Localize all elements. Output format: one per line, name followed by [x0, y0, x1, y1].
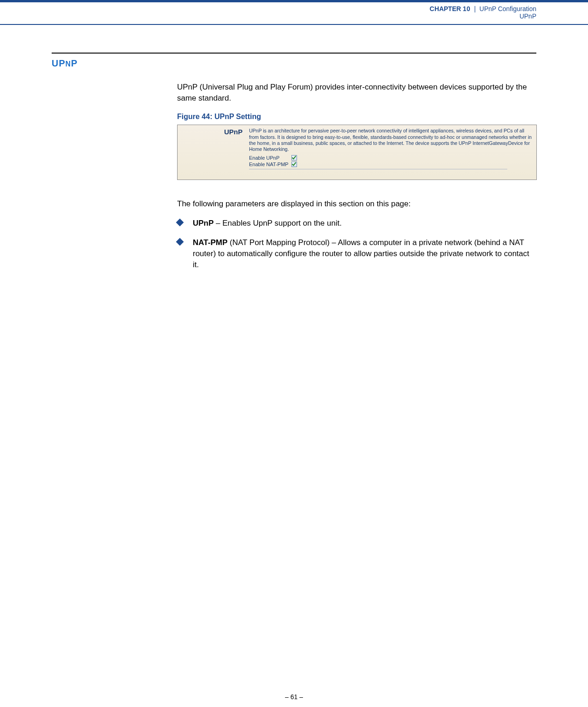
page-footer: – 61 –: [0, 693, 588, 701]
figure-left-column: UPnP: [178, 126, 245, 179]
bullet-desc: (NAT Port Mapping Protocol) – Allows a c…: [193, 238, 529, 269]
footer-dash-pre: –: [285, 693, 291, 701]
list-item: UPnP – Enables UpnP support on the unit.: [177, 218, 537, 229]
chapter-label-rest: HAPTER: [434, 5, 461, 12]
bullet-term: NAT-PMP: [193, 238, 227, 247]
section-rule: [52, 53, 536, 54]
figure-inner-rule: [249, 169, 507, 169]
page-number: 61: [291, 693, 298, 701]
bullet-term: UPnP: [193, 219, 214, 228]
option-label-natpmp: Enable NAT-PMP: [249, 162, 291, 167]
checkbox-natpmp[interactable]: [291, 162, 297, 167]
bullet-desc: – Enables UpnP support on the unit.: [214, 219, 342, 228]
section-title-pre: UP: [52, 58, 65, 68]
option-label-upnp: Enable UPnP: [249, 155, 291, 161]
params-intro: The following parameters are displayed i…: [177, 198, 537, 210]
diamond-bullet-icon: [176, 219, 184, 227]
list-item: NAT-PMP (NAT Port Mapping Protocol) – Al…: [177, 237, 537, 270]
figure-option-natpmp: Enable NAT-PMP: [249, 162, 532, 167]
figure-right-column: UPnP is an architecture for pervasive pe…: [245, 126, 535, 179]
figure-description: UPnP is an architecture for pervasive pe…: [249, 128, 532, 152]
figure-option-upnp: Enable UPnP: [249, 155, 532, 161]
section-title-post: P: [71, 58, 77, 68]
chapter-number: 10: [463, 5, 471, 12]
intro-paragraph: UPnP (Universal Plug and Play Forum) pro…: [177, 82, 537, 104]
chapter-title: UPnP Configuration: [480, 5, 536, 12]
header-section: UPnP: [0, 12, 588, 20]
figure-left-label: UPnP: [224, 128, 243, 179]
header-divider: |: [474, 5, 476, 12]
section-title-small: N: [65, 60, 71, 68]
chapter-label-first: C: [429, 5, 434, 12]
diamond-bullet-icon: [176, 238, 184, 246]
checkbox-upnp[interactable]: [291, 155, 297, 161]
figure-caption: Figure 44: UPnP Setting: [177, 113, 537, 121]
bullet-list: UPnP – Enables UpnP support on the unit.…: [177, 218, 537, 270]
figure-frame: UPnP UPnP is an architecture for pervasi…: [177, 125, 537, 180]
page-header: CHAPTER 10 | UPnP Configuration: [0, 2, 588, 12]
figure-caption-prefix: Figure 44:: [177, 113, 214, 120]
figure-caption-title: UPnP Setting: [214, 113, 261, 120]
section-title: UPNP: [52, 58, 536, 69]
footer-dash-post: –: [297, 693, 303, 701]
